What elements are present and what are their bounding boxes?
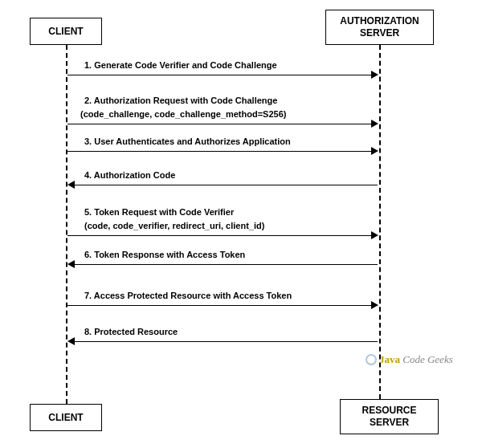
msg-1-label: 1. Generate Code Verifier and Code Chall… [84,60,277,70]
msg-6-arrow [74,264,378,265]
msg-7-arrowhead [371,301,378,309]
sequence-diagram: CLIENT AUTHORIZATION SERVER CLIENT RESOU… [0,0,482,448]
lifeline-client [66,45,67,404]
msg-3-arrowhead [371,147,378,155]
msg-2-sublabel: (code_challenge, code_challenge_method=S… [80,109,286,119]
participant-client-bottom: CLIENT [30,404,102,431]
msg-6-label: 6. Token Response with Access Token [84,250,245,259]
msg-4-arrowhead [67,181,75,189]
msg-8-arrow [74,341,378,342]
msg-5-arrow [67,235,373,236]
watermark-icon [366,354,377,365]
msg-4-arrow [74,185,378,185]
watermark: Java Code Geeks [366,352,453,366]
watermark-word-2: Code [402,353,424,365]
msg-8-label: 8. Protected Resource [84,327,178,336]
watermark-word-1: Java [379,353,400,365]
msg-1-arrowhead [371,71,378,79]
msg-4-label: 4. Authorization Code [84,170,175,180]
watermark-word-3: Geeks [427,353,453,365]
msg-8-arrowhead [67,337,75,345]
msg-5-sublabel: (code, code_verifier, redirect_uri, clie… [84,221,264,230]
msg-1-arrow [67,75,373,75]
msg-3-arrow [67,151,373,152]
msg-5-arrowhead [371,231,378,239]
msg-3-label: 3. User Authenticates and Authorizes App… [84,136,291,146]
msg-2-arrow [67,124,373,124]
msg-5-label: 5. Token Request with Code Verifier [84,207,234,217]
participant-resource-server-bottom: RESOURCE SERVER [340,399,439,434]
msg-7-arrow [67,305,373,306]
msg-2-arrowhead [371,120,378,128]
msg-2-label: 2. Authorization Request with Code Chall… [84,96,277,105]
participant-client-top: CLIENT [30,18,102,45]
msg-7-label: 7. Access Protected Resource with Access… [84,291,292,300]
msg-6-arrowhead [67,260,75,268]
lifeline-right [379,45,381,399]
participant-authorization-server-top: AUTHORIZATION SERVER [325,10,434,45]
